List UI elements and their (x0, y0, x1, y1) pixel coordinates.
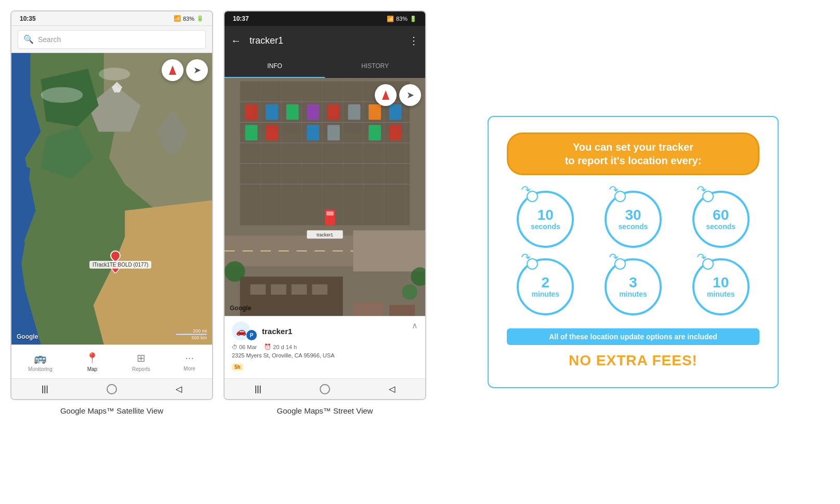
monitoring-label: Monitoring (28, 366, 52, 372)
android-back-area[interactable]: ||| (38, 383, 51, 395)
svg-rect-32 (389, 125, 402, 140)
svg-rect-38 (292, 284, 307, 295)
tracker-label: ITrack1TE BOLD (0177) (89, 261, 151, 269)
search-input[interactable]: Search (38, 35, 61, 44)
reports-icon: ⊞ (137, 352, 146, 364)
tracker-pin[interactable] (110, 250, 121, 261)
time-circle-30sec: ↶ 30 seconds (605, 191, 662, 248)
navigate-button[interactable]: ➤ (186, 59, 208, 81)
satellite-map-area[interactable]: ➤ ITrack1TE BOLD (0177) Google 200 mi 50… (11, 53, 212, 344)
arrow-icon-0: ↶ (521, 183, 531, 197)
time-circle-10min: ↶ 10 minutes (692, 258, 750, 315)
phone2-time: 10:37 (233, 15, 249, 22)
compass-button[interactable] (162, 59, 183, 81)
phone1-signal-icon: 📶 (174, 15, 181, 22)
time-circle-3min: ↶ 3 minutes (605, 258, 662, 315)
nav-more[interactable]: ··· More (183, 352, 195, 372)
phone2-android-home-area[interactable] (319, 383, 331, 395)
nav-monitoring[interactable]: 🚌 Monitoring (28, 352, 52, 372)
tracker-duration: 20 d 14 h (273, 344, 297, 350)
android-home-area[interactable] (106, 383, 118, 395)
tracker-meta: ⏱ 06 Mar ⏰ 20 d 14 h (232, 343, 418, 350)
phone2-navigate-button[interactable]: ➤ (399, 84, 421, 106)
phone2-status-bar: 10:37 📶 83% 🔋 (225, 11, 425, 26)
android-recents-area[interactable]: ◁ (173, 383, 185, 395)
svg-rect-24 (348, 104, 361, 120)
phone2-android-recents-area[interactable]: ◁ (386, 383, 398, 395)
svg-rect-23 (327, 104, 340, 120)
phone2-android-nav: ||| ◁ (225, 378, 425, 399)
svg-point-41 (225, 261, 245, 282)
phone2-caption: Google Maps™ Street View (277, 406, 373, 415)
phone2-header: ← tracker1 ⋮ (225, 26, 425, 55)
monitoring-icon: 🚌 (34, 352, 47, 364)
info-card-title: You can set your tracker to report it's … (507, 132, 759, 175)
phone2-android-back-area[interactable]: ||| (252, 383, 264, 395)
search-input-box[interactable]: 🔍 Search (18, 30, 206, 49)
phone2-android-recents-icon: ◁ (389, 384, 395, 394)
circle-number-2: 60 (713, 208, 729, 222)
clock-icon: ⏱ (232, 344, 238, 350)
tracker-date-item: ⏱ 06 Mar (232, 343, 257, 350)
phone1-bottom-nav: 🚌 Monitoring 📍 Map ⊞ Reports ··· More (11, 344, 212, 378)
circle-item-0: ↶ 10 seconds (507, 191, 584, 248)
phone2-frame: 10:37 📶 83% 🔋 ← tracker1 ⋮ INFO HISTORY (224, 10, 426, 400)
android-recents-icon: ◁ (176, 384, 182, 394)
circle-item-4: ↶ 3 minutes (595, 258, 672, 315)
phone1-status-icons: 📶 83% 🔋 (174, 15, 204, 22)
phone2-compass-button[interactable] (375, 84, 397, 106)
phone2-battery-icon: 🔋 (410, 16, 417, 22)
circle-number-4: 3 (629, 275, 637, 290)
circle-unit-5: minutes (707, 290, 735, 298)
scale-text-2: 500 km (191, 335, 207, 340)
tab-history[interactable]: HISTORY (325, 55, 425, 78)
info-panel: You can set your tracker to report it's … (437, 10, 830, 494)
scale-indicator: 200 mi 500 km (176, 328, 207, 340)
svg-text:tracker1: tracker1 (317, 232, 333, 237)
phone2-android-lines-icon: ||| (255, 384, 261, 394)
svg-rect-35 (240, 276, 343, 316)
phone2-status-icons: 📶 83% 🔋 (387, 16, 417, 22)
compass-arrow-icon (169, 65, 176, 75)
expand-button[interactable]: ∧ (412, 321, 418, 330)
phone2-battery: 83% (396, 16, 408, 22)
back-button[interactable]: ← (231, 35, 241, 47)
svg-rect-20 (266, 104, 278, 120)
map-icon: 📍 (86, 352, 99, 364)
circles-grid: ↶ 10 seconds ↶ 30 seconds ↶ 60 seconds (507, 191, 759, 315)
phone1-status-bar: 10:35 📶 83% 🔋 (11, 11, 212, 26)
phone1-frame: 10:35 📶 83% 🔋 🔍 Search (10, 10, 213, 400)
google-watermark-2: Google (230, 304, 251, 312)
street-map-area[interactable]: tracker1 ➤ Google (225, 78, 425, 316)
more-options-button[interactable]: ⋮ (409, 34, 419, 47)
circle-unit-1: seconds (619, 222, 648, 231)
tracker-detail-panel: ∧ 🚗 P tracker1 ⏱ 06 Mar ⏰ 20 d 14 h 2325… (225, 316, 425, 378)
map-label: Map (87, 366, 97, 372)
phone2-signal-icon: 📶 (387, 16, 394, 22)
info-card: You can set your tracker to report it's … (488, 116, 779, 388)
svg-rect-45 (326, 211, 334, 216)
arrow-icon-4: ↶ (609, 251, 619, 264)
tracker-icon-group: 🚗 P (232, 322, 257, 340)
nav-map[interactable]: 📍 Map (86, 352, 99, 372)
phone2-android-home-icon (320, 384, 330, 394)
search-magnifier-icon: 🔍 (23, 34, 34, 44)
time-circle-60sec: ↶ 60 seconds (692, 191, 750, 248)
svg-rect-30 (327, 125, 340, 140)
svg-point-2 (99, 68, 130, 80)
circle-number-3: 2 (542, 275, 550, 290)
tracker-duration-item: ⏰ 20 d 14 h (264, 343, 297, 350)
nav-reports[interactable]: ⊞ Reports (132, 352, 150, 372)
android-nav-lines-icon: ||| (42, 384, 48, 394)
circle-item-2: ↶ 60 seconds (682, 191, 759, 248)
tracker-address: 2325 Myers St, Oroville, CA 95966, USA (232, 352, 418, 359)
google-watermark-1: Google (17, 333, 38, 340)
scale-text-1: 200 mi (193, 328, 207, 334)
svg-rect-37 (271, 284, 286, 295)
tab-info[interactable]: INFO (225, 55, 325, 78)
no-fees-text: NO EXTRA FEES! (507, 352, 759, 369)
satellite-map-background (11, 53, 212, 344)
phone2-tabs: INFO HISTORY (225, 55, 425, 78)
circle-unit-0: seconds (531, 222, 560, 231)
svg-rect-40 (353, 230, 425, 271)
